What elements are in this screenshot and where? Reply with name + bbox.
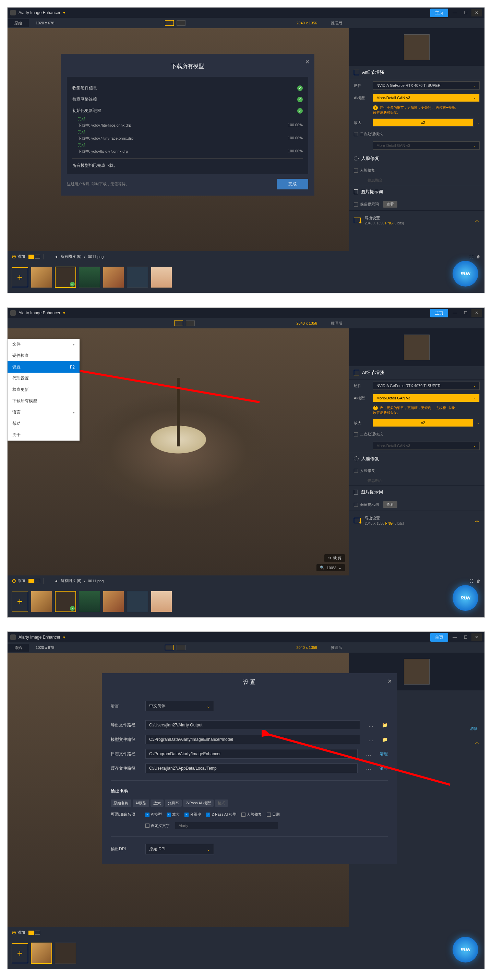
- menu-help[interactable]: 帮助: [8, 418, 79, 429]
- home-button[interactable]: 主页: [430, 9, 448, 17]
- view-mode-side[interactable]: [186, 320, 195, 326]
- settings-close-button[interactable]: ✕: [387, 678, 392, 684]
- maximize-button[interactable]: ☐: [460, 309, 471, 317]
- minimize-button[interactable]: —: [449, 309, 460, 317]
- keep-prompt-checkbox[interactable]: [354, 503, 358, 507]
- minimize-button[interactable]: —: [449, 633, 460, 641]
- after-tab[interactable]: 推理后: [324, 19, 349, 27]
- chk-2pass[interactable]: ✓: [206, 813, 210, 817]
- chk-scale[interactable]: ✓: [167, 813, 171, 817]
- hw-select[interactable]: NVIDIA GeForce RTX 4070 Ti SUPER⌄: [373, 81, 480, 89]
- scale-select[interactable]: x2: [373, 118, 473, 127]
- log-path-input[interactable]: C:/ProgramData/Aiarty/ImageEnhancer: [145, 749, 358, 759]
- thumb-2[interactable]: [55, 591, 76, 612]
- thumb-4[interactable]: [103, 267, 124, 288]
- view-mode-side[interactable]: [176, 20, 186, 26]
- grid-view-button[interactable]: [29, 255, 34, 259]
- dpi-select[interactable]: 原始 DPI⌄: [145, 844, 214, 854]
- tag-model[interactable]: AI模型: [133, 800, 149, 807]
- maximize-button[interactable]: ☐: [460, 633, 471, 641]
- run-button[interactable]: RUN: [452, 937, 478, 963]
- view-mode-split[interactable]: [174, 320, 183, 326]
- close-button[interactable]: ✕: [471, 309, 482, 317]
- cache-path-input[interactable]: C:/Users/jian27/AppData/Local/Temp: [145, 764, 358, 773]
- minimize-button[interactable]: —: [449, 9, 460, 16]
- keep-prompt-checkbox[interactable]: [354, 202, 358, 207]
- menu-proxy[interactable]: 代理设置: [8, 373, 79, 384]
- dialog-close-button[interactable]: ✕: [305, 59, 309, 65]
- list-view-button[interactable]: [35, 255, 40, 259]
- browse-button[interactable]: …: [363, 749, 374, 758]
- thumb-5[interactable]: [127, 591, 148, 612]
- tag-2pass[interactable]: 2-Pass AI 模型: [183, 800, 213, 807]
- export-section[interactable]: 导出设置2040 X 1356 PNG [8 bits] ︽: [349, 511, 484, 530]
- thumb-3[interactable]: [79, 267, 100, 288]
- original-tab[interactable]: 原始: [8, 19, 29, 27]
- add-image-button[interactable]: +: [12, 267, 28, 287]
- thumb-6[interactable]: [151, 591, 172, 612]
- list-view-button[interactable]: [35, 931, 40, 935]
- zoom-icon[interactable]: ⛶: [469, 255, 473, 259]
- two-pass-select[interactable]: More-Detail GAN v3⌄: [373, 142, 480, 150]
- tag-res[interactable]: 分辨率: [165, 800, 182, 807]
- two-pass-checkbox[interactable]: [354, 432, 358, 436]
- thumb-1[interactable]: [31, 591, 52, 612]
- thumb-1[interactable]: [31, 943, 52, 964]
- grid-view-button[interactable]: [29, 931, 34, 935]
- hw-select[interactable]: NVIDIA GeForce RTX 4070 Ti SUPER⌄: [373, 382, 480, 390]
- original-tab[interactable]: 原始: [8, 644, 29, 652]
- home-button[interactable]: 主页: [430, 633, 448, 642]
- out-path-input[interactable]: C:/Users/jian27/Aiarty Output: [145, 720, 360, 730]
- two-pass-checkbox[interactable]: [354, 132, 358, 136]
- thumb-6[interactable]: [151, 267, 172, 288]
- run-button[interactable]: RUN: [452, 585, 478, 611]
- add-image-button[interactable]: +: [12, 943, 28, 963]
- add-button[interactable]: ⊕添加: [12, 253, 25, 260]
- after-tab[interactable]: 推理后: [324, 320, 349, 327]
- thumb-3[interactable]: [79, 591, 100, 612]
- model-path-input[interactable]: C:/ProgramData/Aiarty/ImageEnhancer/mode…: [145, 735, 360, 744]
- add-button[interactable]: ⊕添加: [12, 929, 25, 936]
- menu-about[interactable]: 关于: [8, 429, 79, 441]
- crop-button[interactable]: ⟲裁 剪: [324, 554, 345, 562]
- close-button[interactable]: ✕: [471, 633, 482, 641]
- list-view-button[interactable]: [35, 579, 40, 583]
- menu-language[interactable]: 语言: [8, 407, 79, 418]
- thumb-2[interactable]: [55, 943, 76, 964]
- zoom-control[interactable]: 🔍100%⌄: [316, 564, 345, 571]
- scale-select[interactable]: x2: [373, 418, 473, 427]
- chk-date[interactable]: [267, 813, 271, 817]
- menu-settings[interactable]: 设置F2: [8, 361, 79, 373]
- tag-origname[interactable]: 原始名称: [111, 800, 131, 807]
- after-tab[interactable]: 推理后: [324, 644, 349, 652]
- grid-view-button[interactable]: [29, 579, 34, 583]
- title-dropdown-icon[interactable]: ▼: [62, 635, 66, 639]
- home-button[interactable]: 主页: [430, 309, 448, 317]
- menu-file[interactable]: 文件: [8, 339, 79, 350]
- browse-button[interactable]: …: [365, 735, 376, 744]
- menu-check-update[interactable]: 检查更新: [8, 384, 79, 395]
- model-select[interactable]: More-Detail GAN v3⌄: [373, 94, 480, 102]
- thumb-4[interactable]: [103, 591, 124, 612]
- view-prompt-button[interactable]: 查看: [383, 201, 397, 208]
- delete-icon[interactable]: 🗑: [476, 255, 480, 259]
- model-select[interactable]: More-Detail GAN v3⌄: [373, 394, 480, 402]
- lang-select[interactable]: 中文简体⌄: [145, 701, 214, 711]
- clean-link[interactable]: 清理: [379, 765, 388, 772]
- face-checkbox[interactable]: [354, 469, 358, 473]
- clear-link[interactable]: 清除: [470, 726, 478, 731]
- menu-hw-check[interactable]: 硬件检查: [8, 350, 79, 361]
- custom-text-input[interactable]: [175, 822, 278, 829]
- add-button[interactable]: ⊕添加: [12, 578, 25, 584]
- chk-model[interactable]: ✓: [145, 813, 149, 817]
- clean-link[interactable]: 清理: [379, 751, 388, 757]
- thumb-2[interactable]: [55, 267, 76, 288]
- close-button[interactable]: ✕: [471, 9, 482, 16]
- view-mode-split[interactable]: [165, 645, 174, 650]
- browse-button[interactable]: …: [363, 764, 374, 773]
- dialog-done-button[interactable]: 完成: [277, 179, 308, 189]
- chk-face[interactable]: [241, 813, 246, 817]
- add-image-button[interactable]: +: [12, 592, 28, 611]
- run-button[interactable]: RUN: [452, 261, 478, 286]
- browse-button[interactable]: …: [365, 721, 376, 730]
